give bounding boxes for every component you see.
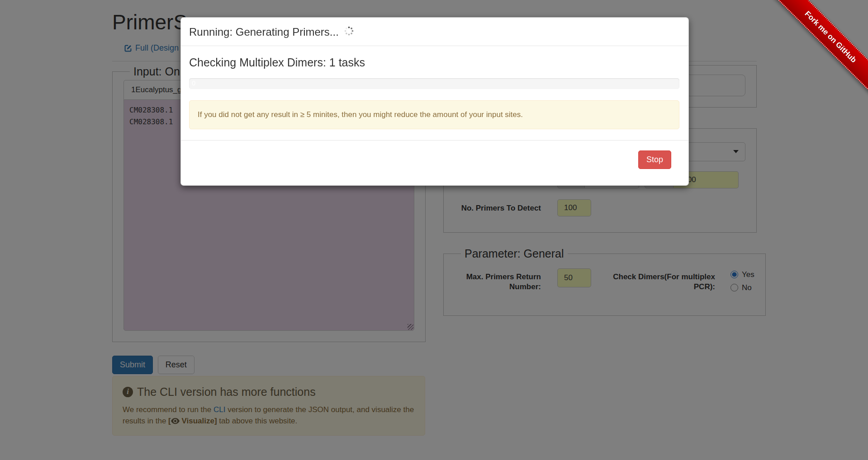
modal-title: Running: Generating Primers... bbox=[189, 26, 339, 38]
modal-footer: Stop bbox=[181, 140, 688, 185]
timeout-warning: If you did not get any result in ≥ 5 min… bbox=[189, 100, 679, 129]
progress-bar: 0 bbox=[189, 78, 679, 89]
progress-value: 0 bbox=[192, 79, 195, 87]
spinner-icon bbox=[344, 26, 354, 38]
modal-body: Checking Multiplex Dimers: 1 tasks 0 If … bbox=[181, 46, 688, 129]
task-heading: Checking Multiplex Dimers: 1 tasks bbox=[189, 56, 679, 69]
running-modal: Running: Generating Primers... bbox=[180, 17, 689, 186]
stop-button[interactable]: Stop bbox=[638, 150, 671, 169]
modal-header: Running: Generating Primers... bbox=[181, 18, 688, 46]
